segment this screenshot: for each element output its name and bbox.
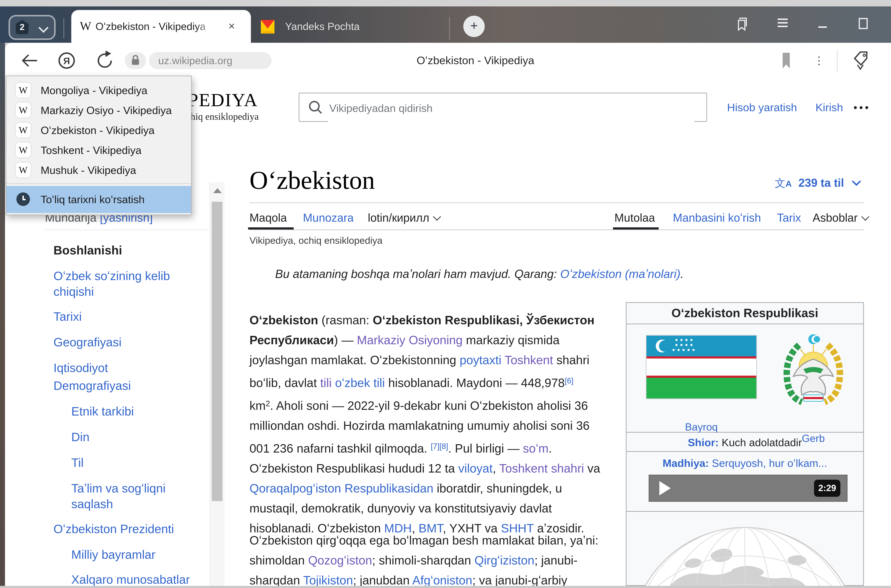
toolbar-page-title: Oʻzbekiston - Vikipediya bbox=[276, 43, 675, 78]
show-full-history-item[interactable]: Toʻliq tarixni koʻrsatish bbox=[6, 186, 191, 213]
tab-counter-button[interactable]: 2 bbox=[9, 15, 56, 40]
back-button[interactable] bbox=[21, 43, 39, 78]
chevron-down-icon bbox=[433, 213, 441, 220]
create-account-link[interactable]: Hisob yaratish bbox=[727, 100, 797, 116]
divider bbox=[63, 18, 64, 39]
yandex-mail-icon bbox=[260, 18, 276, 35]
article-title: Oʻzbekiston bbox=[249, 165, 375, 195]
tab-bar: 2 W Oʻzbekiston - Vikipediya × Yandeks P… bbox=[0, 6, 891, 43]
anthem-title-link[interactable]: Serquyosh, hur oʻlkam... bbox=[709, 457, 827, 469]
history-item[interactable]: W Markaziy Osiyo - Vikipediya bbox=[6, 100, 191, 120]
infobox-motto-row: Shior: Kuch adolatdadir bbox=[627, 433, 863, 452]
history-item[interactable]: W Oʻzbekiston - Vikipediya bbox=[6, 120, 191, 140]
active-tab-underline bbox=[248, 227, 294, 230]
language-count: 239 ta til bbox=[798, 177, 844, 189]
refresh-icon[interactable] bbox=[96, 43, 115, 78]
history-item[interactable]: W Mushuk - Vikipediya bbox=[6, 160, 191, 180]
toc-collapse-chevron-icon[interactable] bbox=[31, 525, 39, 534]
download-icon[interactable] bbox=[890, 43, 891, 78]
window-top-edge bbox=[0, 0, 891, 6]
toc-item-milliy-bayramlar[interactable]: Milliy bayramlar bbox=[71, 548, 210, 563]
history-item[interactable]: W Toshkent - Vikipediya bbox=[6, 140, 191, 160]
chevron-down-icon bbox=[39, 23, 49, 33]
toc-item-geografiyasi[interactable]: Geografiyasi bbox=[54, 335, 209, 351]
tab-close-icon[interactable]: × bbox=[222, 10, 241, 43]
address-bar[interactable]: uz.wikipedia.org bbox=[149, 52, 272, 69]
toc-item-boshlanishi[interactable]: Boshlanishi bbox=[54, 243, 209, 259]
play-icon[interactable] bbox=[659, 481, 671, 495]
wikipedia-search-box[interactable] bbox=[298, 93, 707, 122]
tab-asboblar[interactable]: Asboblar bbox=[813, 207, 868, 230]
tab-munozara[interactable]: Munozara bbox=[303, 207, 354, 230]
toc-divider bbox=[45, 230, 209, 230]
title-divider bbox=[249, 202, 864, 203]
toc-item-tarixi[interactable]: Tarixi bbox=[54, 309, 209, 325]
window-left-edge bbox=[0, 43, 5, 588]
divider bbox=[449, 17, 450, 40]
toc-item-prezidenti[interactable]: Oʻzbekiston Prezidenti bbox=[54, 522, 209, 537]
new-tab-button[interactable]: + bbox=[464, 16, 485, 37]
toc-item-iqtisodiyot[interactable]: Iqtisodiyot bbox=[54, 361, 209, 376]
toc-item-etnik-tarkibi[interactable]: Etnik tarkibi bbox=[71, 404, 210, 420]
search-input[interactable] bbox=[328, 94, 694, 122]
language-icon: 文A bbox=[775, 177, 792, 189]
tab-maqola[interactable]: Maqola bbox=[249, 207, 287, 230]
back-history-dropdown: W Mongoliya - Vikipediya W Markaziy Osiy… bbox=[6, 75, 192, 215]
anthem-label-link[interactable]: Madhiya: bbox=[663, 457, 709, 469]
toc-item-talim[interactable]: Taʼlim va sogʻliqni saqlash bbox=[71, 481, 210, 513]
browser-toolbar: Я uz.wikipedia.org Oʻzbekiston - Vikiped… bbox=[5, 43, 891, 78]
site-security-badge[interactable] bbox=[125, 52, 146, 69]
toc-scrollbar-thumb[interactable] bbox=[212, 202, 222, 501]
yandex-search-icon[interactable]: Я bbox=[58, 43, 75, 78]
infobox-anthem-row: Madhiya: Serquyosh, hur oʻlkam... 2:29 bbox=[627, 452, 863, 512]
chevron-down-icon bbox=[861, 213, 870, 220]
infobox-images-row: Bayroq bbox=[627, 324, 863, 433]
wikipedia-favicon: W bbox=[16, 82, 31, 98]
uzbekistan-emblem-image[interactable] bbox=[778, 332, 849, 408]
minimize-button[interactable] bbox=[812, 11, 833, 37]
tabs-divider bbox=[249, 230, 864, 230]
anthem-label-row: Madhiya: Serquyosh, hur oʻlkam... bbox=[627, 457, 863, 469]
window-bottom-edge bbox=[0, 586, 891, 588]
tab-count: 2 bbox=[14, 19, 31, 35]
toc-item-demografiyasi[interactable]: Demografiyasi bbox=[54, 378, 209, 394]
audio-duration: 2:29 bbox=[814, 480, 840, 497]
wikipedia-favicon: W bbox=[16, 103, 31, 118]
svg-text:Я: Я bbox=[63, 56, 70, 66]
menu-icon[interactable] bbox=[772, 11, 794, 37]
more-options-icon[interactable]: ⋮ bbox=[813, 43, 825, 78]
tab-manbasini-korish[interactable]: Manbasini koʻrish bbox=[673, 207, 761, 230]
toc-collapse-chevron-icon[interactable] bbox=[31, 382, 39, 391]
wikipedia-favicon: W bbox=[16, 162, 31, 177]
motto-text: Kuch adolatdadir bbox=[718, 436, 802, 448]
toc-item-til[interactable]: Til bbox=[71, 455, 210, 471]
language-selector[interactable]: 文A 239 ta til bbox=[775, 177, 859, 190]
toc-scrollbar[interactable] bbox=[210, 183, 225, 586]
collections-tag-icon[interactable] bbox=[850, 43, 870, 78]
bookmark-flag-icon[interactable] bbox=[781, 43, 791, 78]
history-item[interactable]: W Mongoliya - Vikipediya bbox=[6, 81, 191, 100]
tab-mutolaa[interactable]: Mutolaa bbox=[614, 207, 655, 230]
bookmarks-panel-button[interactable] bbox=[732, 11, 753, 37]
toc-item-xalqaro[interactable]: Xalqaro munosabatlar bbox=[71, 572, 210, 586]
tab-wikipedia[interactable]: W Oʻzbekiston - Vikipediya × bbox=[71, 10, 251, 43]
scroll-up-icon[interactable] bbox=[213, 188, 222, 193]
flag-caption-link[interactable]: Bayroq bbox=[646, 421, 757, 433]
infobox-title: Oʻzbekiston Respublikasi bbox=[627, 303, 863, 324]
user-menu-dots-icon[interactable] bbox=[854, 102, 875, 113]
toc-item-din[interactable]: Din bbox=[71, 430, 210, 446]
tab-tarix[interactable]: Tarix bbox=[777, 207, 801, 230]
uzbekistan-flag-image[interactable] bbox=[646, 335, 757, 399]
maximize-button[interactable] bbox=[852, 11, 874, 37]
country-infobox: Oʻzbekiston Respublikasi bbox=[626, 302, 864, 586]
wikipedia-favicon: W bbox=[80, 18, 94, 35]
motto-label-link[interactable]: Shior: bbox=[688, 436, 718, 448]
globe-map bbox=[627, 512, 863, 586]
toc-item-ozbek-sozining[interactable]: Oʻzbek soʻzining kelib chiqishi bbox=[54, 269, 209, 300]
article-paragraph: Oʻzbekiston qirgʻoqqa ega boʻlmagan besh… bbox=[249, 531, 631, 586]
login-link[interactable]: Kirish bbox=[816, 100, 843, 116]
tab-variant-selector[interactable]: lotin/кирилл bbox=[368, 207, 440, 230]
anthem-audio-player[interactable]: 2:29 bbox=[649, 475, 848, 502]
tab-yandex-mail[interactable]: Yandeks Pochta bbox=[251, 10, 443, 43]
site-subtitle: Vikipediya, ochiq ensiklopediya bbox=[249, 235, 382, 246]
